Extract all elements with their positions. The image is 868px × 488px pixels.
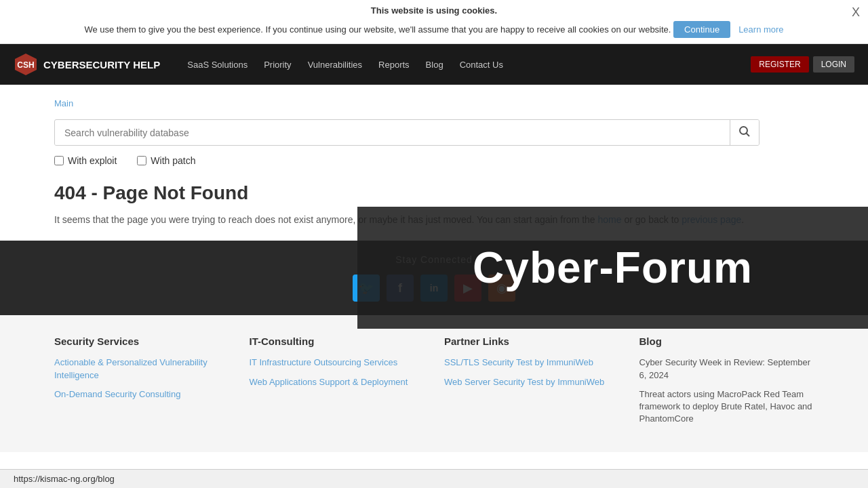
nav-reports[interactable]: Reports xyxy=(372,56,416,74)
logo-icon: CSH xyxy=(14,52,38,77)
breadcrumb: Main xyxy=(54,98,760,108)
login-button[interactable]: LOGIN xyxy=(813,56,854,73)
list-item: Threat actors using MacroPack Red Team f… xyxy=(639,388,814,426)
it-consulting-heading: IT-Consulting xyxy=(250,336,425,347)
filter-row: With exploit With patch xyxy=(54,155,760,166)
cookie-learn-more-link[interactable]: Learn more xyxy=(738,24,783,35)
header: CSH CYBERSECURITY HELP SaaS Solutions Pr… xyxy=(0,44,868,85)
list-item: IT Infrastructure Outsourcing Services xyxy=(250,357,425,369)
search-button[interactable] xyxy=(730,120,759,145)
cookie-continue-button[interactable]: Continue xyxy=(673,21,730,38)
footer-blog: Blog Cyber Security Week in Review: Sept… xyxy=(639,336,814,432)
cookie-banner: This website is using cookies. We use th… xyxy=(0,0,868,44)
footer-partner-links: Partner Links SSL/TLS Security Test by I… xyxy=(444,336,619,432)
blog-heading: Blog xyxy=(639,336,814,347)
cookie-description: We use them to give you the best experie… xyxy=(84,24,671,35)
nav-vulnerabilities[interactable]: Vulnerabilities xyxy=(301,56,369,74)
with-patch-text: With patch xyxy=(151,155,195,166)
list-item: Web Server Security Test by ImmuniWeb xyxy=(444,376,619,388)
it-consulting-list: IT Infrastructure Outsourcing Services W… xyxy=(250,357,425,388)
search-bar xyxy=(54,119,760,146)
main-nav: SaaS Solutions Priority Vulnerabilities … xyxy=(180,56,730,74)
svg-text:CSH: CSH xyxy=(17,60,34,70)
header-buttons: REGISTER LOGIN xyxy=(751,56,854,73)
partner-links-heading: Partner Links xyxy=(444,336,619,347)
cookie-title: This website is using cookies. xyxy=(14,5,854,16)
nav-blog[interactable]: Blog xyxy=(419,56,450,74)
nav-saas[interactable]: SaaS Solutions xyxy=(180,56,254,74)
logo-text: CYBERSECURITY HELP xyxy=(43,59,160,70)
search-icon xyxy=(738,125,751,138)
register-button[interactable]: REGISTER xyxy=(751,56,808,73)
error-title: 404 - Page Not Found xyxy=(54,182,760,204)
svg-line-3 xyxy=(747,134,750,137)
nav-contact[interactable]: Contact Us xyxy=(453,56,510,74)
footer-columns: Security Services Actionable & Personali… xyxy=(0,315,868,452)
search-input[interactable] xyxy=(55,121,730,145)
list-item: Cyber Security Week in Review: September… xyxy=(639,357,814,381)
list-item: SSL/TLS Security Test by ImmuniWeb xyxy=(444,357,619,369)
nav-priority[interactable]: Priority xyxy=(257,56,298,74)
list-item: Web Applications Support & Deployment xyxy=(250,376,425,388)
security-services-heading: Security Services xyxy=(54,336,229,347)
cyber-forum-overlay: Cyber-Forum xyxy=(357,207,868,329)
list-item: On-Demand Security Consulting xyxy=(54,388,229,401)
breadcrumb-main-link[interactable]: Main xyxy=(54,98,73,108)
logo-link[interactable]: CSH CYBERSECURITY HELP xyxy=(14,52,160,77)
with-patch-checkbox[interactable] xyxy=(137,156,146,165)
cookie-close-button[interactable]: X xyxy=(852,5,860,20)
cookie-actions: Continue Learn more xyxy=(673,21,784,38)
list-item: Actionable & Personalized Vulnerability … xyxy=(54,357,229,381)
footer-security-services: Security Services Actionable & Personali… xyxy=(54,336,229,432)
with-patch-label[interactable]: With patch xyxy=(137,155,195,166)
blog-list: Cyber Security Week in Review: September… xyxy=(639,357,814,425)
cyber-forum-title: Cyber-Forum xyxy=(473,243,753,293)
with-exploit-text: With exploit xyxy=(68,155,117,166)
security-services-list: Actionable & Personalized Vulnerability … xyxy=(54,357,229,401)
partner-links-list: SSL/TLS Security Test by ImmuniWeb Web S… xyxy=(444,357,619,388)
footer-it-consulting: IT-Consulting IT Infrastructure Outsourc… xyxy=(250,336,425,432)
svg-point-2 xyxy=(740,127,747,134)
with-exploit-label[interactable]: With exploit xyxy=(54,155,117,166)
with-exploit-checkbox[interactable] xyxy=(54,156,64,165)
